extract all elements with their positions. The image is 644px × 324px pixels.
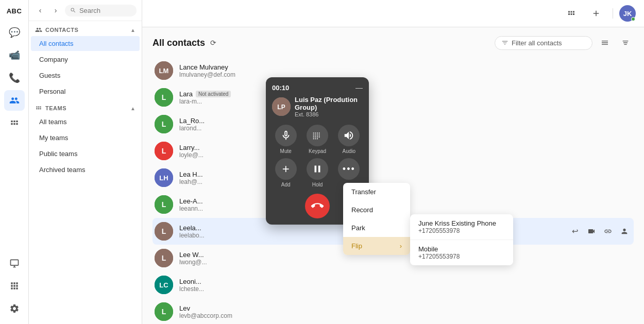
call-contact-row: LP Luis Paz (Prodution Group) Ext. 8386 [272, 96, 363, 117]
more-icon: ••• [338, 158, 360, 180]
add-icon-btn[interactable] [586, 3, 606, 24]
flip-submenu: June Kriss Existing Phone +17205553978 M… [410, 214, 513, 265]
flip-menu-item[interactable]: Flip › [343, 237, 410, 255]
contact-name: Leoni... [179, 278, 632, 285]
sidebar-item-personal[interactable]: Personal [31, 84, 140, 99]
search-input[interactable] [79, 7, 131, 14]
person-action-icon[interactable] [617, 224, 632, 238]
mute-icon [275, 125, 297, 146]
table-row[interactable]: L Lara Not activated lara-m... [152, 84, 634, 111]
svg-text:L: L [162, 120, 166, 128]
call-contact-details: Luis Paz (Prodution Group) Ext. 8386 [295, 96, 363, 117]
keypad-btn[interactable]: Keypad [303, 125, 331, 154]
sidebar-item-my-teams[interactable]: My teams [31, 130, 140, 145]
search-bar[interactable] [65, 5, 137, 16]
sidebar-item-all-teams[interactable]: All teams [31, 114, 140, 129]
contacts-section-header[interactable]: CONTACTS ▲ [29, 21, 142, 36]
table-row[interactable]: L Lev levb@abccorp.com [152, 298, 634, 324]
nav-phone[interactable]: 📞 [4, 67, 25, 88]
table-row[interactable]: L Larry... loyle@... [152, 138, 634, 164]
hold-btn[interactable]: Hold [303, 158, 331, 187]
avatar: L [155, 222, 173, 241]
avatar: L [155, 249, 173, 267]
svg-text:L: L [162, 200, 166, 209]
contact-name: Larry... [179, 144, 632, 151]
avatar: L [155, 195, 173, 214]
add-btn[interactable]: + Add [272, 158, 299, 187]
audio-btn[interactable]: Audio [335, 125, 363, 154]
contact-email: lwong@... [179, 259, 632, 266]
call-minimize-btn[interactable]: — [355, 83, 363, 92]
hold-icon [307, 158, 328, 180]
call-popup-header: 00:10 — [272, 83, 363, 92]
end-call-btn[interactable] [305, 194, 330, 218]
sidebar-back-btn[interactable]: ‹ [34, 4, 46, 16]
sidebar-item-archived-teams[interactable]: Archived teams [31, 162, 140, 177]
contact-info: Lev levb@abccorp.com [179, 304, 632, 319]
flip-mobile[interactable]: Mobile +17205553978 [410, 240, 513, 265]
call-timer: 00:10 [272, 84, 289, 92]
contact-info: Lance Mulvaney lmulvaney@def.com [179, 63, 632, 78]
nav-teams[interactable] [4, 113, 25, 133]
contact-email: lara-m... [179, 98, 632, 105]
reply-action-icon[interactable]: ↩ [568, 224, 582, 238]
link-action-icon[interactable] [601, 224, 615, 238]
audio-label: Audio [343, 148, 356, 154]
call-contact-name: Luis Paz (Prodution Group) [295, 96, 363, 111]
table-row[interactable]: L La_Ro... larond... [152, 111, 634, 138]
sidebar-item-company[interactable]: Company [31, 52, 140, 67]
not-activated-badge: Not activated [196, 91, 231, 97]
main-content: JK All contacts ⟳ Filter all contacts LM [142, 0, 644, 324]
transfer-menu-item[interactable]: Transfer [343, 183, 410, 201]
main-header: All contacts ⟳ Filter all contacts [142, 27, 644, 55]
avatar: L [155, 115, 173, 133]
teams-section-header[interactable]: TEAMS ▲ [29, 99, 142, 114]
avatar: LH [155, 168, 173, 187]
audio-icon [338, 125, 360, 146]
nav-screen-share[interactable] [4, 253, 25, 274]
more-options-btn[interactable] [617, 35, 634, 51]
svg-text:LH: LH [159, 174, 168, 182]
nav-apps[interactable] [4, 276, 25, 296]
sidebar: ‹ › CONTACTS ▲ All contacts Company Gues… [29, 0, 142, 324]
nav-settings[interactable] [4, 298, 25, 319]
call-ext: Ext. 8386 [295, 111, 363, 117]
nav-video[interactable]: 📹 [4, 45, 25, 65]
nav-rail: ABC 💬 📹 📞 [0, 0, 29, 324]
call-buttons-row1: Mute Keypad Audio [272, 125, 363, 154]
flip-june-kriss-phone[interactable]: June Kriss Existing Phone +17205553978 [410, 214, 513, 240]
nav-chat[interactable]: 💬 [4, 22, 25, 43]
avatar: L [155, 88, 173, 107]
grid-icon-btn[interactable] [561, 3, 582, 24]
add-icon: + [275, 158, 297, 180]
park-menu-item[interactable]: Park [343, 219, 410, 237]
keypad-icon [307, 125, 328, 146]
video-action-icon[interactable] [584, 224, 599, 238]
sidebar-item-all-contacts[interactable]: All contacts [31, 36, 140, 51]
contact-email: lmulvaney@def.com [179, 71, 632, 78]
svg-text:L: L [162, 227, 166, 235]
user-avatar[interactable]: JK [619, 5, 636, 22]
call-avatar: LP [272, 97, 291, 116]
contact-info: Larry... loyle@... [179, 144, 632, 159]
table-row[interactable]: LM Lance Mulvaney lmulvaney@def.com [152, 57, 634, 84]
sidebar-item-public-teams[interactable]: Public teams [31, 146, 140, 161]
contact-info: Leoni... lcheste... [179, 278, 632, 293]
table-row[interactable]: LC Leoni... lcheste... [152, 271, 634, 298]
contact-name: Lea H... [179, 170, 632, 178]
record-menu-item[interactable]: Record [343, 201, 410, 219]
nav-bottom [4, 253, 25, 324]
sidebar-forward-btn[interactable]: › [49, 4, 62, 16]
filter-bar[interactable]: Filter all contacts [495, 36, 592, 50]
svg-text:L: L [162, 147, 166, 155]
avatar: L [155, 302, 173, 321]
mute-btn[interactable]: Mute [272, 125, 299, 154]
filter-label: Filter all contacts [512, 39, 562, 47]
online-status-dot [631, 17, 635, 21]
refresh-icon[interactable]: ⟳ [210, 39, 216, 47]
flip-arrow-icon: › [400, 242, 402, 250]
layout-icon-btn[interactable] [597, 35, 613, 51]
sidebar-item-guests[interactable]: Guests [31, 68, 140, 83]
nav-contacts[interactable] [4, 90, 25, 111]
contact-email: levb@abccorp.com [179, 312, 632, 319]
